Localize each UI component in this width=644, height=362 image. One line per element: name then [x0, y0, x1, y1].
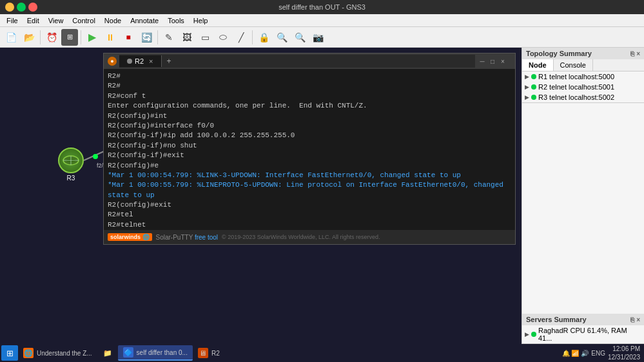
play-all-button[interactable]: ▶	[84, 29, 101, 46]
servers-summary-section: Servers Summary ⎘ × ▶ RaghadR CPU 61.4%,…	[522, 314, 644, 344]
terminal-footer: solarwinds 🌐 Solar-PuTTY free tool © 201…	[104, 230, 515, 244]
servers-tree: ▶ RaghadR CPU 61.4%, RAM 41...	[522, 325, 644, 343]
svg-point-4	[93, 154, 98, 159]
label-R1: R1 telnet localhost:5000	[538, 73, 614, 81]
arrow-R1: ▶	[525, 73, 529, 80]
menu-item-control[interactable]: Control	[68, 17, 99, 24]
solarwinds-logo: solarwinds 🌐	[108, 233, 152, 241]
terminal-title-bar: ● R2 × + ─ □ ×	[104, 53, 515, 69]
browser-icon: 🌐	[23, 348, 34, 358]
title-bar: self differ than OUT - GNS3	[0, 0, 644, 14]
status-raghadr	[531, 332, 536, 337]
solarputty-label: Solar-PuTTY free tool	[156, 234, 219, 241]
open-button[interactable]: 📂	[21, 29, 37, 46]
terminal-body[interactable]: R2#R2#R2#conf tEnter configuration comma…	[104, 69, 515, 230]
router-R3[interactable]: R3	[58, 148, 84, 182]
terminal-line: R2(config)#int	[108, 111, 511, 121]
zoom-in-button[interactable]: 🔍	[273, 29, 290, 46]
menu-item-edit[interactable]: Edit	[23, 17, 43, 24]
console-button[interactable]: ⊞	[61, 29, 78, 46]
tab-node[interactable]: Node	[522, 59, 554, 71]
servers-summary-header: Servers Summary ⎘ ×	[522, 314, 644, 325]
edit-button[interactable]: ✎	[161, 29, 177, 46]
status-R1	[531, 74, 536, 79]
new-button[interactable]: 📄	[3, 29, 19, 46]
menu-item-tools[interactable]: Tools	[164, 17, 188, 24]
tab-console[interactable]: Console	[554, 59, 593, 71]
solarwinds-bar: solarwinds 🌐 Solar-PuTTY free tool © 201…	[108, 233, 380, 241]
terminal-add-tab[interactable]: +	[162, 55, 177, 68]
taskbar-item-gns3[interactable]: 🔷 self differ than 0...	[118, 345, 193, 361]
close-button[interactable]	[28, 3, 37, 12]
zoom-out-button[interactable]: 🔍	[291, 29, 308, 46]
terminal-line: *Mar 1 00:00:54.799: %LINK-3-UPDOWN: Int…	[108, 171, 511, 180]
clock: 12:06 PM 12/31/2023	[608, 345, 640, 361]
label-R3: R3 telnet localhost:5002	[538, 93, 614, 101]
terminal-line: R2#conf t	[108, 91, 511, 101]
toolbar: 📄 📂 ⏰ ⊞ ▶ ⏸ ■ 🔄 ✎ 🖼 ▭ ⬭ ╱ 🔒 🔍 🔍 📷	[0, 27, 644, 48]
terminal-minimize[interactable]: ─	[478, 57, 487, 66]
terminal-window-buttons: ─ □ ×	[478, 57, 511, 66]
stop-button[interactable]: ■	[120, 29, 137, 46]
maximize-button[interactable]	[17, 3, 26, 12]
menu-item-annotate[interactable]: Annotate	[126, 17, 162, 24]
router-R3-label: R3	[67, 175, 75, 182]
tree-item-raghadr[interactable]: ▶ RaghadR CPU 61.4%, RAM 41...	[522, 325, 644, 343]
taskbar: ⊞ 🌐 Understand the Z... 📁 🔷 self differ …	[0, 344, 644, 362]
reload-button[interactable]: 🔄	[138, 29, 155, 46]
terminal-line: R2#tel	[108, 210, 511, 220]
lock-button[interactable]: 🔒	[255, 29, 272, 46]
taskbar-item-files[interactable]: 📁	[97, 345, 118, 361]
terminal-line: R2(config)#exit	[108, 200, 511, 210]
image-button[interactable]: 🖼	[179, 29, 195, 46]
tree-item-R1[interactable]: ▶ R1 telnet localhost:5000	[522, 71, 644, 82]
terminal-line: R2(config-if)#ip add 100.0.0.2 255.255.2…	[108, 131, 511, 140]
terminal-tab-R2[interactable]: R2 ×	[119, 55, 162, 67]
window-controls[interactable]	[5, 3, 37, 12]
start-button[interactable]: ⊞	[1, 345, 18, 361]
files-icon: 📁	[102, 348, 113, 358]
topology-tabs: Node Console	[522, 59, 644, 71]
sep4	[252, 30, 253, 44]
terminal-tabs: R2 × +	[119, 55, 475, 68]
pause-button[interactable]: ⏸	[102, 29, 119, 46]
tree-item-R3[interactable]: ▶ R3 telnet localhost:5002	[522, 92, 644, 102]
copyright-text: © 2019-2023 SolarWinds Worldwide, LLC. A…	[222, 234, 380, 240]
menu-item-file[interactable]: File	[3, 17, 22, 24]
topology-tree: ▶ R1 telnet localhost:5000 ▶ R2 telnet l…	[522, 71, 644, 102]
servers-header-icons[interactable]: ⎘ ×	[630, 316, 640, 323]
topology-header-icons[interactable]: ⎘ ×	[630, 50, 640, 57]
window-title: self differ than OUT - GNS3	[37, 3, 607, 11]
topology-undock-icon[interactable]: ⎘	[630, 50, 634, 57]
label-R2: R2 telnet localhost:5001	[538, 83, 614, 91]
clock-date: 12/31/2023	[608, 353, 640, 361]
terminal-tab-close[interactable]: ×	[149, 57, 153, 65]
screenshot-button[interactable]: 📷	[309, 29, 326, 46]
rect-button[interactable]: ▭	[197, 29, 213, 46]
sep3	[157, 30, 158, 44]
sep1	[40, 30, 41, 44]
snapshot-button[interactable]: ⏰	[43, 29, 60, 46]
arrow-R2: ▶	[525, 84, 529, 90]
menu-bar: FileEditViewControlNodeAnnotateToolsHelp	[0, 14, 644, 27]
menu-item-help[interactable]: Help	[190, 17, 212, 24]
topology-close-icon[interactable]: ×	[636, 50, 640, 57]
terminal-close[interactable]: ×	[498, 57, 507, 66]
topology-summary-section: Topology Summary ⎘ × Node Console ▶ R1 t…	[522, 48, 644, 103]
servers-undock-icon[interactable]: ⎘	[630, 316, 634, 323]
taskbar-item-R2[interactable]: 🖥 R2	[193, 345, 225, 361]
menu-item-view[interactable]: View	[44, 17, 68, 24]
main-area: R1 R2	[0, 48, 644, 344]
network-canvas[interactable]: R1 R2	[0, 48, 522, 344]
minimize-button[interactable]	[5, 3, 14, 12]
terminal-maximize[interactable]: □	[488, 57, 497, 66]
system-tray: 🔔 📶 🔊 ENG 12:06 PM 12/31/2023	[562, 345, 643, 361]
tree-item-R2[interactable]: ▶ R2 telnet localhost:5001	[522, 82, 644, 92]
taskbar-item-browser[interactable]: 🌐 Understand the Z...	[18, 345, 97, 361]
menu-item-node[interactable]: Node	[101, 17, 125, 24]
servers-close-icon[interactable]: ×	[636, 316, 640, 323]
terminal-window[interactable]: ● R2 × + ─ □ × R2#R2#R2#conf tEnter conf…	[103, 53, 516, 245]
line-button[interactable]: ╱	[233, 29, 249, 46]
status-R2	[531, 84, 536, 90]
ellipse-button[interactable]: ⬭	[215, 29, 231, 46]
